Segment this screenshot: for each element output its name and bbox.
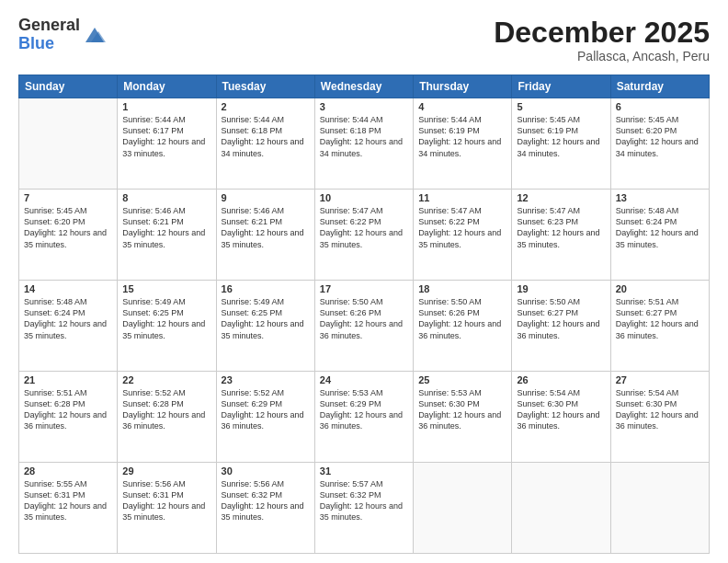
table-row: 13Sunrise: 5:48 AMSunset: 6:24 PMDayligh… — [610, 190, 709, 281]
cell-details: Sunrise: 5:47 AMSunset: 6:23 PMDaylight:… — [517, 205, 605, 250]
logo-blue: Blue — [18, 35, 80, 53]
table-row: 23Sunrise: 5:52 AMSunset: 6:29 PMDayligh… — [216, 372, 314, 463]
logo: General Blue — [18, 17, 108, 53]
day-number: 20 — [616, 283, 704, 294]
cell-details: Sunrise: 5:44 AMSunset: 6:18 PMDaylight:… — [320, 114, 408, 159]
table-row: 14Sunrise: 5:48 AMSunset: 6:24 PMDayligh… — [19, 281, 118, 372]
logo-icon — [82, 22, 108, 48]
day-number: 4 — [418, 101, 506, 112]
day-number: 13 — [616, 192, 704, 203]
calendar-table: Sunday Monday Tuesday Wednesday Thursday… — [18, 75, 710, 554]
cell-details: Sunrise: 5:45 AMSunset: 6:19 PMDaylight:… — [517, 114, 605, 159]
cell-details: Sunrise: 5:54 AMSunset: 6:30 PMDaylight:… — [616, 387, 704, 432]
day-number: 30 — [222, 465, 310, 477]
table-row: 7Sunrise: 5:45 AMSunset: 6:20 PMDaylight… — [19, 190, 118, 281]
day-number: 31 — [320, 465, 408, 477]
col-friday: Friday — [512, 75, 610, 98]
table-row: 26Sunrise: 5:54 AMSunset: 6:30 PMDayligh… — [512, 372, 610, 463]
calendar-week-row: 7Sunrise: 5:45 AMSunset: 6:20 PMDaylight… — [19, 190, 710, 281]
table-row: 28Sunrise: 5:55 AMSunset: 6:31 PMDayligh… — [19, 463, 118, 554]
table-row — [414, 463, 512, 554]
day-number: 12 — [517, 192, 605, 203]
subtitle: Pallasca, Ancash, Peru — [494, 49, 710, 63]
calendar-week-row: 14Sunrise: 5:48 AMSunset: 6:24 PMDayligh… — [19, 281, 710, 372]
table-row: 17Sunrise: 5:50 AMSunset: 6:26 PMDayligh… — [314, 281, 413, 372]
calendar-week-row: 21Sunrise: 5:51 AMSunset: 6:28 PMDayligh… — [19, 372, 710, 463]
cell-details: Sunrise: 5:53 AMSunset: 6:29 PMDaylight:… — [320, 387, 408, 432]
day-number: 27 — [616, 374, 704, 385]
cell-details: Sunrise: 5:46 AMSunset: 6:21 PMDaylight:… — [222, 205, 310, 250]
cell-details: Sunrise: 5:45 AMSunset: 6:20 PMDaylight:… — [616, 114, 704, 159]
table-row: 16Sunrise: 5:49 AMSunset: 6:25 PMDayligh… — [216, 281, 314, 372]
col-monday: Monday — [118, 75, 216, 98]
table-row: 5Sunrise: 5:45 AMSunset: 6:19 PMDaylight… — [512, 98, 610, 190]
day-number: 15 — [122, 283, 210, 294]
table-row: 11Sunrise: 5:47 AMSunset: 6:22 PMDayligh… — [414, 190, 512, 281]
cell-details: Sunrise: 5:44 AMSunset: 6:18 PMDaylight:… — [222, 114, 310, 159]
cell-details: Sunrise: 5:49 AMSunset: 6:25 PMDaylight:… — [222, 296, 310, 341]
day-number: 21 — [24, 374, 112, 385]
table-row — [512, 463, 610, 554]
table-row: 6Sunrise: 5:45 AMSunset: 6:20 PMDaylight… — [610, 98, 709, 190]
table-row: 21Sunrise: 5:51 AMSunset: 6:28 PMDayligh… — [19, 372, 118, 463]
table-row: 10Sunrise: 5:47 AMSunset: 6:22 PMDayligh… — [314, 190, 413, 281]
cell-details: Sunrise: 5:44 AMSunset: 6:17 PMDaylight:… — [122, 114, 210, 159]
day-number: 7 — [24, 192, 112, 203]
day-number: 29 — [122, 465, 210, 477]
table-row: 8Sunrise: 5:46 AMSunset: 6:21 PMDaylight… — [118, 190, 216, 281]
day-number: 9 — [222, 192, 310, 203]
cell-details: Sunrise: 5:52 AMSunset: 6:29 PMDaylight:… — [222, 387, 310, 432]
cell-details: Sunrise: 5:56 AMSunset: 6:32 PMDaylight:… — [222, 478, 310, 523]
day-number: 26 — [517, 374, 605, 385]
cell-details: Sunrise: 5:53 AMSunset: 6:30 PMDaylight:… — [418, 387, 506, 432]
day-number: 18 — [418, 283, 506, 294]
table-row: 25Sunrise: 5:53 AMSunset: 6:30 PMDayligh… — [414, 372, 512, 463]
day-number: 28 — [24, 465, 112, 477]
cell-details: Sunrise: 5:55 AMSunset: 6:31 PMDaylight:… — [24, 478, 112, 523]
month-title: December 2025 — [494, 17, 710, 49]
cell-details: Sunrise: 5:46 AMSunset: 6:21 PMDaylight:… — [122, 205, 210, 250]
table-row: 30Sunrise: 5:56 AMSunset: 6:32 PMDayligh… — [216, 463, 314, 554]
day-number: 1 — [122, 101, 210, 112]
col-saturday: Saturday — [610, 75, 709, 98]
cell-details: Sunrise: 5:57 AMSunset: 6:32 PMDaylight:… — [320, 478, 408, 523]
day-number: 2 — [222, 101, 310, 112]
cell-details: Sunrise: 5:51 AMSunset: 6:28 PMDaylight:… — [24, 387, 112, 432]
cell-details: Sunrise: 5:51 AMSunset: 6:27 PMDaylight:… — [616, 296, 704, 341]
logo-general: General — [18, 17, 80, 35]
table-row: 22Sunrise: 5:52 AMSunset: 6:28 PMDayligh… — [118, 372, 216, 463]
calendar-week-row: 1Sunrise: 5:44 AMSunset: 6:17 PMDaylight… — [19, 98, 710, 190]
table-row: 9Sunrise: 5:46 AMSunset: 6:21 PMDaylight… — [216, 190, 314, 281]
table-row: 1Sunrise: 5:44 AMSunset: 6:17 PMDaylight… — [118, 98, 216, 190]
cell-details: Sunrise: 5:50 AMSunset: 6:26 PMDaylight:… — [320, 296, 408, 341]
cell-details: Sunrise: 5:49 AMSunset: 6:25 PMDaylight:… — [122, 296, 210, 341]
table-row: 18Sunrise: 5:50 AMSunset: 6:26 PMDayligh… — [414, 281, 512, 372]
day-number: 23 — [222, 374, 310, 385]
header: General Blue December 2025 Pallasca, Anc… — [18, 17, 710, 63]
table-row — [610, 463, 709, 554]
page: General Blue December 2025 Pallasca, Anc… — [0, 0, 728, 563]
table-row: 27Sunrise: 5:54 AMSunset: 6:30 PMDayligh… — [610, 372, 709, 463]
calendar-week-row: 28Sunrise: 5:55 AMSunset: 6:31 PMDayligh… — [19, 463, 710, 554]
cell-details: Sunrise: 5:56 AMSunset: 6:31 PMDaylight:… — [122, 478, 210, 523]
day-number: 14 — [24, 283, 112, 294]
cell-details: Sunrise: 5:48 AMSunset: 6:24 PMDaylight:… — [616, 205, 704, 250]
day-number: 25 — [418, 374, 506, 385]
col-tuesday: Tuesday — [216, 75, 314, 98]
cell-details: Sunrise: 5:54 AMSunset: 6:30 PMDaylight:… — [517, 387, 605, 432]
day-number: 8 — [122, 192, 210, 203]
cell-details: Sunrise: 5:50 AMSunset: 6:26 PMDaylight:… — [418, 296, 506, 341]
table-row: 4Sunrise: 5:44 AMSunset: 6:19 PMDaylight… — [414, 98, 512, 190]
cell-details: Sunrise: 5:48 AMSunset: 6:24 PMDaylight:… — [24, 296, 112, 341]
table-row: 2Sunrise: 5:44 AMSunset: 6:18 PMDaylight… — [216, 98, 314, 190]
col-wednesday: Wednesday — [314, 75, 413, 98]
day-number: 17 — [320, 283, 408, 294]
day-number: 16 — [222, 283, 310, 294]
table-row — [19, 98, 118, 190]
day-number: 11 — [418, 192, 506, 203]
day-number: 22 — [122, 374, 210, 385]
table-row: 24Sunrise: 5:53 AMSunset: 6:29 PMDayligh… — [314, 372, 413, 463]
day-number: 6 — [616, 101, 704, 112]
cell-details: Sunrise: 5:44 AMSunset: 6:19 PMDaylight:… — [418, 114, 506, 159]
cell-details: Sunrise: 5:47 AMSunset: 6:22 PMDaylight:… — [320, 205, 408, 250]
